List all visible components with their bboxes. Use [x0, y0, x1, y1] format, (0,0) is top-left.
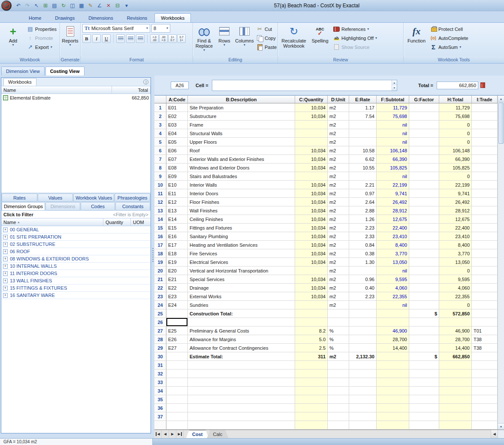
cell-trade[interactable]: [472, 395, 498, 404]
cell-total[interactable]: 3,770: [439, 249, 472, 258]
cell-unit[interactable]: m2: [328, 206, 349, 215]
qat-delete-icon[interactable]: ✕: [105, 2, 112, 9]
cell-rate[interactable]: [349, 378, 377, 387]
cell-rate[interactable]: [349, 421, 377, 430]
vertical-scrollbar[interactable]: ▲ ▼: [498, 96, 504, 430]
cell-factor[interactable]: [409, 129, 439, 138]
cell-rate[interactable]: 1.30: [349, 258, 377, 266]
cell-factor[interactable]: [409, 378, 439, 387]
qat-undo-icon[interactable]: ↶: [15, 2, 22, 9]
cell-rate[interactable]: [349, 387, 377, 395]
cell-total[interactable]: 14,400: [439, 344, 472, 352]
cell-unit[interactable]: m2: [328, 232, 349, 241]
cell-subtotal[interactable]: [377, 309, 409, 318]
cell-trade[interactable]: [472, 189, 498, 198]
cell-rate[interactable]: 2.23: [349, 224, 377, 232]
cell-unit[interactable]: %: [328, 344, 349, 352]
spinner-up-icon[interactable]: ▲: [392, 80, 397, 85]
cell-code[interactable]: [166, 309, 188, 318]
row-number[interactable]: 26: [154, 318, 166, 327]
cell-code[interactable]: E24: [166, 301, 188, 309]
cell-quantity[interactable]: [295, 121, 328, 129]
qat-redo-icon[interactable]: ↷: [24, 2, 31, 9]
cell-unit[interactable]: m2: [328, 112, 349, 121]
cell-factor[interactable]: [409, 112, 439, 121]
workbooks-name-header[interactable]: Name: [1, 86, 112, 94]
cell-subtotal[interactable]: 106,148: [377, 146, 409, 155]
qat-layers-icon[interactable]: ◫: [69, 2, 76, 9]
cell-subtotal[interactable]: nil: [377, 138, 409, 146]
cell-code[interactable]: E16: [166, 232, 188, 241]
cell-trade[interactable]: [472, 206, 498, 215]
cell-trade[interactable]: [472, 352, 498, 361]
spinner-down-icon[interactable]: ▼: [392, 85, 397, 91]
cell-trade[interactable]: [472, 284, 498, 292]
qat-annotate-icon[interactable]: ✎: [87, 2, 94, 9]
cell-description[interactable]: Allowance for Contract Contingencies: [188, 344, 295, 352]
view-tab-costing-view[interactable]: Costing View: [45, 67, 85, 76]
cell-code[interactable]: E06: [166, 146, 188, 155]
sheet-tab-cost[interactable]: Cost: [186, 430, 208, 438]
cell-total[interactable]: 105,825: [439, 163, 472, 172]
highlighting-button[interactable]: ab Highlighting Off ▾: [332, 33, 379, 42]
cell-total[interactable]: 0: [439, 266, 472, 275]
cell-description[interactable]: Drainage: [188, 284, 295, 292]
tree-item[interactable]: +16 SANITARY WARE: [1, 292, 151, 299]
cell-rate[interactable]: [349, 404, 377, 412]
cell-unit[interactable]: m2: [328, 215, 349, 224]
row-number[interactable]: 37: [154, 412, 166, 421]
cell-code[interactable]: E15: [166, 224, 188, 232]
cell-trade[interactable]: [472, 103, 498, 112]
tree-item[interactable]: +00 GENERAL: [1, 226, 151, 233]
cell-code[interactable]: [166, 404, 188, 412]
cell-quantity[interactable]: 10,034: [295, 206, 328, 215]
cell-trade[interactable]: [472, 121, 498, 129]
cell-subtotal[interactable]: 12,675: [377, 215, 409, 224]
ribbon-tab-home[interactable]: Home: [22, 13, 48, 22]
row-number[interactable]: 3: [154, 121, 166, 129]
cell-rate[interactable]: 2.33: [349, 232, 377, 241]
cell-factor[interactable]: $: [409, 352, 439, 361]
cell-unit[interactable]: [328, 378, 349, 387]
cell-factor[interactable]: [409, 241, 439, 249]
tree-item[interactable]: +02 SUBSTRUCTURE: [1, 241, 151, 248]
cell-factor[interactable]: [409, 344, 439, 352]
cell-total[interactable]: 0: [439, 129, 472, 138]
autocomplete-button[interactable]: (o) AutoComplete: [429, 33, 470, 42]
cell-description[interactable]: Special Services: [188, 275, 295, 284]
cell-subtotal[interactable]: 3,770: [377, 249, 409, 258]
cell-unit[interactable]: [328, 309, 349, 318]
cell-rate[interactable]: [349, 327, 377, 335]
cell-trade[interactable]: T38: [472, 335, 498, 344]
pin-icon[interactable]: [143, 79, 148, 85]
cell-code[interactable]: [166, 412, 188, 421]
next-sheet-button[interactable]: ▶: [169, 430, 176, 438]
column-header-c-quantity[interactable]: C:Quantity: [295, 96, 328, 103]
tree-quantity-header[interactable]: Quantity: [103, 218, 131, 226]
cell-factor[interactable]: [409, 146, 439, 155]
cell-total[interactable]: 75,698: [439, 112, 472, 121]
cell-total[interactable]: 0: [439, 138, 472, 146]
cell-code[interactable]: E23: [166, 292, 188, 301]
cell-factor[interactable]: [409, 387, 439, 395]
cell-factor[interactable]: [409, 215, 439, 224]
cell-quantity[interactable]: [295, 266, 328, 275]
qat-measure-icon[interactable]: ∠: [96, 2, 103, 9]
cell-factor[interactable]: [409, 327, 439, 335]
cell-subtotal[interactable]: 4,060: [377, 284, 409, 292]
row-number[interactable]: 22: [154, 284, 166, 292]
cell-trade[interactable]: [472, 155, 498, 163]
cell-trade[interactable]: [472, 198, 498, 206]
scrollbar-thumb[interactable]: [498, 103, 504, 144]
cell-subtotal[interactable]: [377, 412, 409, 421]
cell-rate[interactable]: [349, 266, 377, 275]
cell-subtotal[interactable]: 9,595: [377, 275, 409, 284]
cell-subtotal[interactable]: [377, 421, 409, 430]
find-replace-button[interactable]: Find & Replace ▾: [194, 24, 214, 55]
row-number[interactable]: 35: [154, 395, 166, 404]
cell-description[interactable]: Fittings and Fixtures: [188, 224, 295, 232]
cell-factor[interactable]: [409, 189, 439, 198]
cell-trade[interactable]: [472, 292, 498, 301]
cell-description[interactable]: Substructure: [188, 112, 295, 121]
cell-factor[interactable]: [409, 395, 439, 404]
